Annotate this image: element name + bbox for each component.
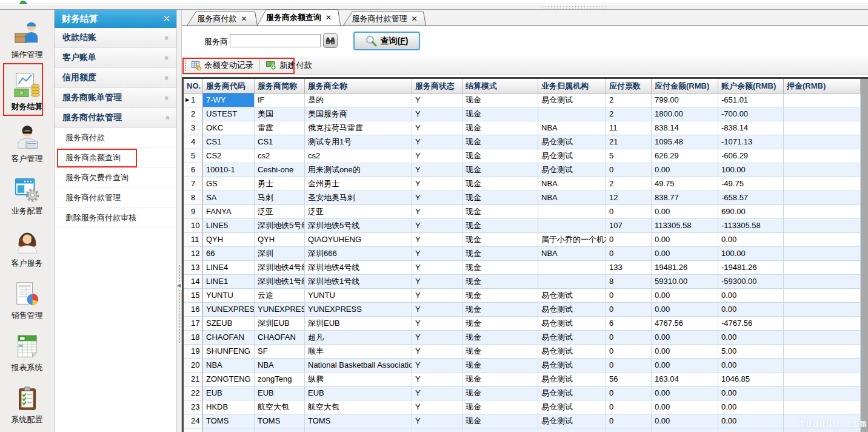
column-header-deposit[interactable]: 押金(RMB) bbox=[784, 79, 861, 93]
top-splitter-handle[interactable]: ▲ bbox=[541, 5, 607, 9]
column-header-short-name[interactable]: 服务商简称 bbox=[255, 79, 305, 93]
panel-close-icon[interactable]: ✕ bbox=[162, 13, 176, 24]
cell-settle-mode: 现金 bbox=[462, 400, 538, 414]
column-header-status[interactable]: 服务商状态 bbox=[412, 79, 462, 93]
menu-item-supplier-balance-query[interactable]: 服务商余额查询 bbox=[55, 148, 176, 168]
menu-group-supplier-bill-mgmt[interactable]: 服务商账单管理 » bbox=[55, 88, 176, 108]
cell-payable: 0.00 bbox=[652, 359, 718, 373]
tab-supplier-payment[interactable]: 服务商付款✕ bbox=[187, 12, 258, 25]
tab-supplier-payment-mgmt[interactable]: 服务商付款管理✕ bbox=[343, 12, 426, 25]
sidebar-item-system-config[interactable]: 系统配置 bbox=[0, 375, 54, 427]
sidebar-item-report-system[interactable]: 报表系统 bbox=[0, 323, 54, 375]
current-row-marker bbox=[185, 261, 191, 274]
cell-payable: 626.29 bbox=[652, 149, 718, 163]
sidebar-item-operation-mgmt[interactable]: 操作管理 bbox=[0, 10, 54, 62]
cell-status: Y bbox=[412, 289, 462, 303]
cell-full-name: 深圳地铁1号线 bbox=[305, 275, 412, 289]
sidebar-item-finance-settlement[interactable]: 财务结算 bbox=[0, 62, 54, 114]
table-row[interactable]: 8 SA 马刺 圣安地奥马刺 Y 现金 NBA 12 838.77 -658.5… bbox=[184, 191, 861, 205]
table-row[interactable]: 18 CHAOFAN CHAOFAN 超凡 Y 现金 易仓测试 0 0.00 0… bbox=[184, 331, 861, 345]
cell-no: 11 bbox=[184, 233, 203, 247]
app-mini-icon bbox=[18, 0, 28, 4]
tab-supplier-balance-query[interactable]: 服务商余额查询✕ bbox=[257, 9, 341, 25]
cell-deposit bbox=[784, 261, 861, 275]
balance-change-record-button[interactable]: 余额变动记录 bbox=[187, 58, 258, 73]
column-header-balance[interactable]: 账户余额(RMB) bbox=[718, 79, 784, 93]
cell-code: SA bbox=[203, 191, 255, 205]
table-row[interactable]: 17 SZEUB 深圳EUB 深圳EUB Y 现金 易仓测试 6 4767.56… bbox=[184, 317, 861, 331]
sidebar-item-label: 销售管理 bbox=[12, 310, 43, 321]
cell-balance: -4767.56 bbox=[718, 317, 784, 331]
column-header-org[interactable]: 业务归属机构 bbox=[538, 79, 606, 93]
table-row[interactable]: 19 SHUNFENG SF 顺丰 Y 现金 易仓测试 0 0.00 5.00 bbox=[184, 345, 861, 359]
cell-balance: -838.14 bbox=[718, 121, 784, 135]
cell-payable: 0.00 bbox=[652, 303, 718, 317]
menu-item-supplier-arrears-query[interactable]: 服务商欠费件查询 bbox=[55, 168, 176, 188]
table-row[interactable]: 23 HKDB 航空大包 航空大包 Y 现金 易仓测试 0 0.00 0.00 bbox=[184, 400, 861, 414]
column-header-code[interactable]: 服务商代码 bbox=[203, 79, 255, 93]
support-agent-icon bbox=[13, 228, 41, 256]
tab-close-icon[interactable]: ✕ bbox=[241, 15, 247, 23]
panel-splitter[interactable]: ◀ bbox=[177, 10, 182, 432]
cell-status: Y bbox=[412, 386, 462, 400]
supplier-search-input[interactable] bbox=[230, 34, 321, 47]
table-row[interactable]: 20 NBA NBA National Basketball Associati… bbox=[184, 359, 861, 373]
table-row[interactable]: 7 GS 勇士 金州勇士 Y 现金 NBA 2 49.75 -49.75 bbox=[184, 177, 861, 191]
vertical-scrollbar[interactable] bbox=[861, 79, 868, 432]
sidebar-item-customer-service[interactable]: 客户服务 bbox=[0, 218, 54, 271]
column-header-settle-mode[interactable]: 结算模式 bbox=[462, 79, 538, 93]
cell-payable: 59310.00 bbox=[652, 275, 718, 289]
tab-label: 服务商付款 bbox=[197, 13, 236, 24]
lookup-button[interactable] bbox=[323, 33, 338, 48]
magnifier-icon bbox=[366, 35, 377, 47]
table-row[interactable]: 5 CS2 cs2 cs2 Y 现金 易仓测试 5 626.29 -606.29 bbox=[184, 149, 861, 163]
menu-group-receipt-settle[interactable]: 收款结账 » bbox=[55, 28, 176, 48]
table-row[interactable]: 12 66 深圳 深圳666 Y 现金 NBA 0 0.00 100.00 bbox=[184, 247, 861, 261]
sidebar-item-sales-mgmt[interactable]: 销售管理 bbox=[0, 271, 54, 323]
finance-menu-panel: 财务结算 ✕ 收款结账 » 客户账单 » 信用额度 » 服务商账单管理 » 服务… bbox=[55, 10, 177, 432]
table-row[interactable]: ▶1 7-WY IF 是的 Y 现金 易仓测试 2 799.00 -651.01 bbox=[184, 93, 861, 107]
menu-group-customer-bill[interactable]: 客户账单 » bbox=[55, 48, 176, 68]
collapse-left-icon[interactable]: ◀ bbox=[177, 282, 182, 290]
tab-close-icon[interactable]: ✕ bbox=[326, 13, 332, 22]
cell-status: Y bbox=[412, 93, 462, 107]
table-row[interactable]: 10 LINE5 深圳地铁5号线 深圳地铁5号线 Y 现金 107 113305… bbox=[184, 219, 861, 233]
sidebar-item-business-config[interactable]: 业务配置 bbox=[0, 166, 54, 218]
current-row-marker bbox=[185, 121, 191, 135]
main-workspace: 服务商付款✕ 服务商余额查询✕ 服务商付款管理✕ 服务商 bbox=[182, 10, 868, 432]
sidebar-item-customer-mgmt[interactable]: 客户管理 bbox=[0, 114, 54, 166]
table-row[interactable]: 15 YUNTU 云途 YUNTU Y 现金 易仓测试 0 0.00 0.00 bbox=[184, 289, 861, 303]
table-row[interactable]: 3 OKC 雷霆 俄克拉荷马雷霆 Y 现金 NBA 11 838.14 -838… bbox=[184, 121, 861, 135]
table-row[interactable]: 6 10010-1 Ceshi-one 用来测试one的 Y 现金 易仓测试 0… bbox=[184, 163, 861, 177]
table-row[interactable]: 11 QYH QYH QIAOYUHENG Y 现金 属于小乔的一个机构 0 0… bbox=[184, 233, 861, 247]
cell-settle-mode: 现金 bbox=[462, 205, 538, 219]
cell-tickets: 0 bbox=[606, 303, 652, 317]
table-row[interactable]: 21 ZONGTENG zongTeng 纵腾 Y 现金 易仓测试 56 163… bbox=[184, 373, 861, 386]
column-header-payable[interactable]: 应付金额(RMB) bbox=[652, 79, 718, 93]
table-row[interactable]: 4 CS1 CS1 测试专用1号 Y 现金 易仓测试 21 1095.48 -1… bbox=[184, 135, 861, 149]
column-header-no[interactable]: NO. bbox=[184, 79, 203, 93]
menu-item-delete-payment-audit[interactable]: 删除服务商付款审核 bbox=[55, 208, 176, 228]
new-payment-button[interactable]: 新建付款 bbox=[262, 58, 316, 73]
table-row[interactable]: 13 LINE4 深圳地铁4号线 深圳地铁4号线 Y 现金 133 19481.… bbox=[184, 261, 861, 275]
column-header-full-name[interactable]: 服务商全称 bbox=[305, 79, 412, 93]
table-row[interactable]: 2 USTEST 美国 美国服务商 Y 现金 2 1800.00 -700.00 bbox=[184, 107, 861, 121]
finance-icon bbox=[13, 72, 41, 100]
table-row[interactable]: 9 FANYA 泛亚 泛亚 Y 现金 0 0.00 690.00 bbox=[184, 205, 861, 219]
column-header-tickets[interactable]: 应付票数 bbox=[606, 79, 652, 93]
menu-group-supplier-payment-mgmt[interactable]: 服务商付款管理 » bbox=[55, 108, 176, 128]
menu-item-supplier-payment[interactable]: 服务商付款 bbox=[55, 128, 176, 148]
chevron-double-down-icon: » bbox=[165, 53, 176, 62]
cell-code: SZEUB bbox=[203, 317, 255, 331]
query-button-label: 查询(F) bbox=[381, 36, 409, 47]
table-row[interactable]: 16 YUNEXPRESS YUNEXPRESS YUNEXPRESS Y 现金… bbox=[184, 303, 861, 317]
table-row[interactable]: 24 TOMS TOMS TOMS Y 现金 易仓测试 0 0.00 0.00 bbox=[184, 414, 861, 428]
table-row[interactable]: 14 LINE1 深圳地铁1号线 深圳地铁1号线 Y 现金 8 59310.00… bbox=[184, 275, 861, 289]
window-gear-icon bbox=[13, 176, 41, 204]
table-row[interactable]: 22 EUB EUB EUB Y 现金 易仓测试 0 0.00 0.00 bbox=[184, 386, 861, 400]
menu-item-supplier-payment-mgmt[interactable]: 服务商付款管理 bbox=[55, 188, 176, 208]
cell-short-name: Ceshi-one bbox=[255, 163, 305, 177]
tab-close-icon[interactable]: ✕ bbox=[411, 15, 417, 23]
menu-group-credit-limit[interactable]: 信用额度 » bbox=[55, 68, 176, 88]
query-button[interactable]: 查询(F) bbox=[353, 32, 420, 50]
